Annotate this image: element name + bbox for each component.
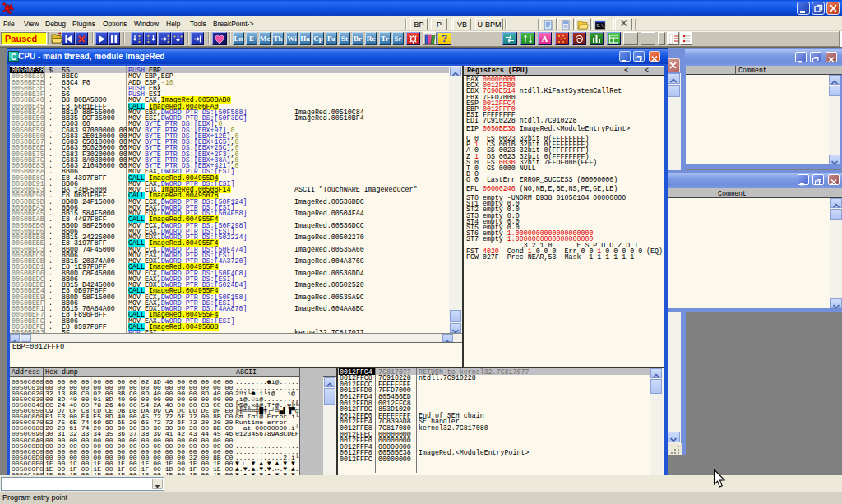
svg-text:C:\_: C:\_ <box>597 24 606 28</box>
